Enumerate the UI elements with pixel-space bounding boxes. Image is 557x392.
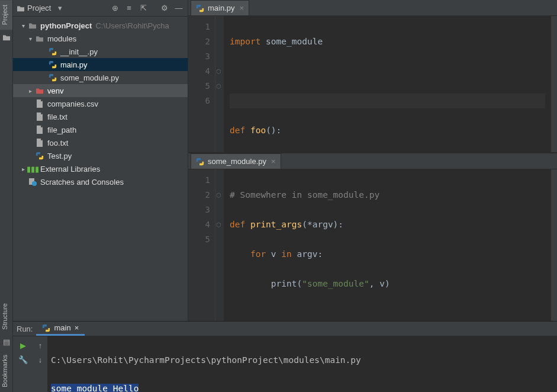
run-header: Run: main ×	[13, 322, 557, 336]
tree-external-libraries[interactable]: ▸ ▮▮▮ External Libraries	[13, 162, 188, 175]
tree-label: file.txt	[47, 113, 67, 121]
dropdown-icon[interactable]: ▾	[54, 3, 65, 14]
close-icon[interactable]: ×	[75, 323, 79, 332]
file-icon	[34, 126, 45, 134]
close-icon[interactable]: ×	[271, 157, 276, 166]
run-tool-window: Run: main × ▶ 🔧 ↑ ↓ C:\Users\Rohit\Pycha…	[13, 321, 557, 392]
rail-project-tab[interactable]: Project	[0, 0, 12, 30]
tree-file-some-module[interactable]: some_module.py	[13, 71, 188, 84]
editor-tabs-top: main.py ×	[188, 0, 557, 16]
project-tree[interactable]: ▾ pythonProject C:\Users\Rohit\Pycha ▾ m…	[13, 17, 188, 321]
svg-point-1	[32, 181, 37, 186]
project-tool-window: Project ▾ ⊕ ≡ ⇱ ⚙ — ▾ pythonProject C:\U…	[13, 0, 188, 321]
tree-label: Scratches and Consoles	[40, 178, 124, 187]
tree-label: modules	[47, 34, 76, 43]
excluded-folder-icon	[34, 87, 45, 94]
tree-label: venv	[47, 86, 63, 95]
code-area-main[interactable]: import some_module def foo(): f = some_m…	[224, 16, 551, 152]
python-file-icon	[47, 73, 58, 82]
editor-tabs-bottom: some_module.py ×	[188, 153, 557, 169]
settings-icon[interactable]: ⚙	[159, 3, 170, 14]
file-icon	[34, 139, 45, 147]
left-tool-rail: Project Structure ▤ Bookmarks	[0, 0, 13, 392]
file-icon	[34, 113, 45, 121]
tree-root[interactable]: ▾ pythonProject C:\Users\Rohit\Pycha	[13, 19, 188, 32]
tree-label: file_path	[47, 126, 76, 134]
editor-area: main.py × 1 2 3 4 5 6 ⬡⬡ import some_mod…	[188, 0, 557, 321]
console-line-selected: some_module Hello	[51, 384, 139, 392]
tree-scratches[interactable]: Scratches and Consoles	[13, 175, 188, 188]
run-tab-main[interactable]: main ×	[36, 322, 85, 336]
down-button[interactable]: ↓	[33, 353, 48, 366]
python-file-icon	[47, 47, 58, 56]
scratches-icon	[27, 178, 38, 186]
tree-path-label: C:\Users\Rohit\Pycha	[95, 21, 169, 30]
collapse-icon[interactable]: ⇱	[138, 3, 149, 14]
rail-structure-tab[interactable]: Structure	[0, 298, 9, 335]
fold-column[interactable]: ⬡⬡	[215, 16, 224, 152]
tab-label: some_module.py	[208, 157, 266, 166]
wrench-button[interactable]: 🔧	[15, 353, 31, 366]
tree-folder-venv[interactable]: ▸ venv	[13, 84, 188, 97]
tree-label: main.py	[60, 60, 88, 69]
tree-file-companies[interactable]: companies.csv	[13, 97, 188, 110]
folder-icon	[27, 22, 38, 29]
tab-some-module-py[interactable]: some_module.py ×	[191, 153, 281, 169]
editor-main[interactable]: 1 2 3 4 5 6 ⬡⬡ import some_module def fo…	[188, 16, 557, 152]
run-toolbar: ▶ 🔧	[13, 336, 33, 392]
tree-file-foo[interactable]: foo.txt	[13, 136, 188, 149]
project-header: Project ▾ ⊕ ≡ ⇱ ⚙ —	[13, 0, 188, 17]
tree-label: __init__.py	[60, 47, 98, 56]
rail-bookmarks-tab[interactable]: Bookmarks	[0, 350, 9, 392]
tree-label: companies.csv	[47, 99, 98, 108]
run-nav-toolbar: ↑ ↓	[33, 336, 47, 392]
locate-icon[interactable]: ⊕	[110, 3, 120, 14]
up-button[interactable]: ↑	[33, 339, 48, 352]
tree-file-filepath[interactable]: file_path	[13, 123, 188, 136]
gutter[interactable]: 1 2 3 4 5 6	[188, 16, 215, 152]
tree-label: pythonProject	[40, 21, 92, 30]
hide-icon[interactable]: —	[173, 3, 184, 14]
tree-file-test[interactable]: Test.py	[13, 149, 188, 162]
tree-label: some_module.py	[60, 73, 119, 82]
tree-file-init[interactable]: __init__.py	[13, 45, 188, 58]
file-icon	[34, 99, 45, 108]
libraries-icon: ▮▮▮	[27, 165, 38, 173]
rail-structure-icon: ▤	[0, 335, 13, 350]
run-label: Run:	[17, 324, 33, 333]
tree-label: Test.py	[47, 152, 72, 160]
run-console-output[interactable]: C:\Users\Rohit\PycharmProjects\pythonPro…	[47, 336, 557, 392]
tree-folder-modules[interactable]: ▾ modules	[13, 32, 188, 45]
folder-icon	[34, 35, 45, 42]
tree-label: foo.txt	[47, 139, 68, 147]
project-title[interactable]: Project	[17, 4, 51, 12]
tree-label: External Libraries	[40, 165, 100, 173]
tree-file-main[interactable]: main.py	[13, 58, 188, 71]
tab-main-py[interactable]: main.py ×	[191, 0, 249, 15]
rail-folder-icon[interactable]	[0, 30, 13, 45]
run-tab-label: main	[54, 323, 70, 332]
close-icon[interactable]: ×	[240, 4, 244, 12]
rerun-button[interactable]: ▶	[15, 339, 31, 352]
tree-file-file[interactable]: file.txt	[13, 110, 188, 123]
scrollbar[interactable]	[551, 16, 557, 152]
python-file-icon	[47, 60, 58, 69]
console-line: C:\Users\Rohit\PycharmProjects\pythonPro…	[51, 353, 553, 367]
tab-label: main.py	[208, 4, 235, 12]
python-file-icon	[34, 152, 45, 160]
expand-icon[interactable]: ≡	[124, 3, 134, 14]
